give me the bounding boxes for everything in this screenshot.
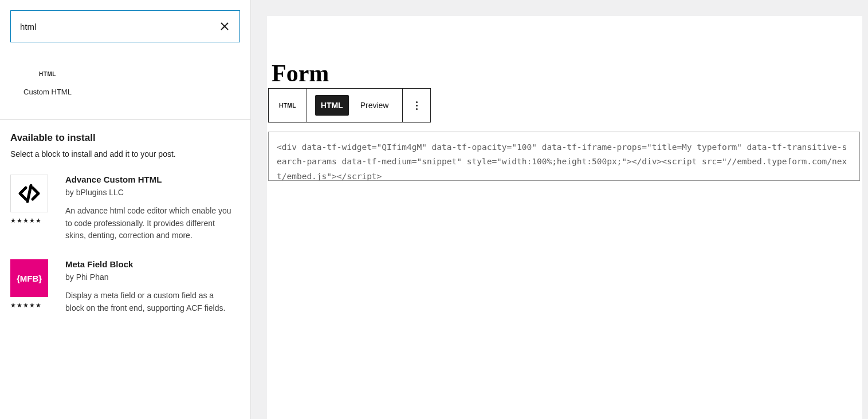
- tab-html[interactable]: HTML: [315, 95, 349, 116]
- code-brackets-icon: [10, 175, 48, 212]
- block-search-box: [10, 10, 240, 42]
- plugin-item[interactable]: {MFB} ★★★★★ Meta Field Block by Phi Phan…: [10, 259, 240, 314]
- tab-preview[interactable]: Preview: [355, 95, 395, 116]
- plugin-item[interactable]: ★★★★★ Advance Custom HTML by bPlugins LL…: [10, 175, 240, 242]
- search-input[interactable]: [20, 22, 219, 31]
- clear-search-icon[interactable]: [219, 21, 230, 32]
- block-toolbar: HTML HTML Preview: [268, 88, 431, 122]
- install-heading: Available to install: [10, 132, 240, 144]
- html-icon: HTML: [279, 102, 296, 109]
- mfb-icon: {MFB}: [10, 259, 48, 297]
- block-result-label: Custom HTML: [16, 88, 79, 96]
- rating-stars: ★★★★★: [10, 217, 50, 224]
- page-title[interactable]: Form: [267, 16, 862, 88]
- html-code-textarea[interactable]: [268, 132, 860, 181]
- more-options-button[interactable]: [403, 89, 430, 122]
- plugin-author: by bPlugins LLC: [65, 188, 234, 197]
- editor-canvas-area: Form HTML HTML Preview: [251, 0, 868, 419]
- install-subheading: Select a block to install and add it to …: [10, 149, 240, 159]
- plugin-description: An advance html code editor which enable…: [65, 205, 234, 242]
- html-icon: HTML: [16, 71, 79, 77]
- sidebar-scroll[interactable]: HTML Custom HTML Available to install Se…: [0, 0, 250, 419]
- block-inserter-panel: HTML Custom HTML Available to install Se…: [0, 0, 251, 419]
- plugin-title: Meta Field Block: [65, 259, 234, 269]
- more-vertical-icon: [416, 101, 418, 110]
- editor-canvas[interactable]: Form HTML HTML Preview: [267, 16, 862, 419]
- plugin-author: by Phi Phan: [65, 272, 234, 282]
- block-result-custom-html[interactable]: HTML Custom HTML: [10, 65, 85, 102]
- block-type-button[interactable]: HTML: [269, 89, 307, 122]
- plugin-title: Advance Custom HTML: [65, 175, 234, 184]
- plugin-description: Display a meta field or a custom field a…: [65, 290, 234, 314]
- rating-stars: ★★★★★: [10, 302, 50, 309]
